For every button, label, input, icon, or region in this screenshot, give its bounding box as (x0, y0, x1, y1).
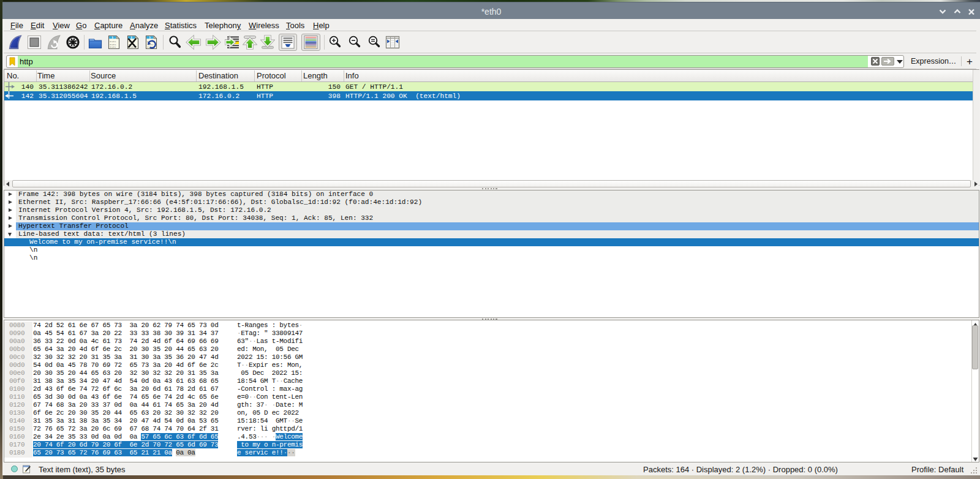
svg-text:0101: 0101 (110, 45, 116, 48)
